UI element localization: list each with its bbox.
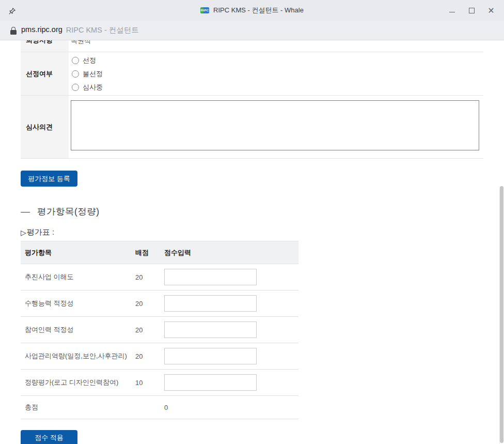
clipped-row-value: 옥권석 — [71, 40, 91, 45]
scrollbar-thumb[interactable] — [500, 186, 503, 443]
table-row: 정량평가(로고 디자인인력참여) 10 — [21, 370, 298, 396]
evaluation-form: 희망사항 옥권석 선정여부 선정 불선정 심사중 — [21, 40, 483, 159]
table-row: 추진사업 이해도 20 — [21, 264, 298, 290]
item-label: 추진사업 이해도 — [21, 272, 135, 282]
url-bar[interactable]: pms.ripc.org RIPC KMS - 컨설턴트 — [0, 21, 504, 40]
pin-icon[interactable] — [6, 5, 18, 17]
minimize-icon — [449, 12, 455, 12]
item-label: 정량평가(로고 디자인인력참여) — [21, 378, 135, 387]
url-domain: pms.ripc.org — [21, 25, 62, 35]
radio-option-label: 선정 — [83, 56, 96, 65]
caption-text: 평가표 : — [27, 227, 54, 237]
radio-option-under-review[interactable]: 심사중 — [72, 83, 483, 92]
item-label: 참여인력 적정성 — [21, 325, 135, 334]
triangle-icon: ▷ — [21, 228, 26, 237]
section-title: 평가항목(정량) — [37, 205, 100, 218]
minimize-button[interactable] — [442, 3, 462, 18]
max-score: 20 — [135, 273, 164, 281]
score-table: 평가항목 배점 점수입력 추진사업 이해도 20 수행능력 적정성 20 참여인… — [21, 241, 298, 419]
apply-score-button[interactable]: 점수 적용 — [21, 430, 77, 444]
score-table-header: 평가항목 배점 점수입력 — [21, 241, 298, 264]
header-input: 점수입력 — [164, 248, 298, 257]
selection-radio-group: 선정 불선정 심사중 — [69, 52, 483, 95]
window-title: RIPC KMS - 컨설턴트 - Whale — [213, 6, 304, 15]
radio-option-label: 심사중 — [83, 83, 103, 92]
form-row-selection: 선정여부 선정 불선정 심사중 — [21, 52, 483, 96]
header-item: 평가항목 — [21, 248, 135, 257]
form-row-clipped: 희망사항 옥권석 — [21, 40, 483, 52]
radio-option-not-selected[interactable]: 불선정 — [72, 69, 483, 79]
close-button[interactable]: ✕ — [481, 3, 501, 18]
radio-icon[interactable] — [72, 70, 79, 78]
max-score: 10 — [135, 379, 164, 387]
clipped-row-label-cell: 희망사항 — [21, 40, 69, 52]
total-row: 총점 0 — [21, 396, 298, 419]
collapse-dash-icon: — — [21, 206, 30, 217]
favicon-icon: RIPC — [200, 7, 209, 13]
maximize-button[interactable] — [462, 3, 481, 18]
table-row: 수행능력 적정성 20 — [21, 290, 298, 317]
table-row: 사업관리역량(일정,보안,사후관리) 20 — [21, 343, 298, 370]
score-input[interactable] — [164, 269, 257, 285]
page-content: 희망사항 옥권석 선정여부 선정 불선정 심사중 — [0, 40, 504, 444]
score-input[interactable] — [164, 348, 257, 364]
clipped-row-value-cell: 옥권석 — [69, 40, 483, 52]
table-row: 참여인력 적정성 20 — [21, 317, 298, 343]
close-icon: ✕ — [487, 6, 494, 16]
item-label: 수행능력 적정성 — [21, 299, 135, 308]
opinion-label: 심사의견 — [21, 96, 69, 158]
selection-label: 선정여부 — [21, 52, 69, 95]
header-max: 배점 — [135, 248, 164, 257]
radio-icon[interactable] — [72, 57, 79, 64]
max-score: 20 — [135, 300, 164, 308]
url-page-title: RIPC KMS - 컨설턴트 — [66, 25, 139, 35]
max-score: 20 — [135, 353, 164, 360]
maximize-icon — [469, 8, 475, 13]
register-evaluation-button[interactable]: 평가정보 등록 — [21, 171, 77, 187]
score-input[interactable] — [164, 374, 257, 391]
section-heading: — 평가항목(정량) — [21, 205, 504, 218]
radio-option-selected[interactable]: 선정 — [72, 56, 483, 65]
lock-icon[interactable] — [10, 27, 17, 35]
max-score: 20 — [135, 326, 164, 334]
browser-titlebar: RIPC RIPC KMS - 컨설턴트 - Whale ✕ — [0, 0, 504, 21]
radio-option-label: 불선정 — [83, 69, 103, 79]
clipped-row-label: 희망사항 — [26, 40, 53, 45]
score-input[interactable] — [164, 295, 257, 312]
score-table-caption: ▷ 평가표 : — [21, 227, 504, 237]
score-input[interactable] — [164, 321, 257, 338]
item-label: 사업관리역량(일정,보안,사후관리) — [21, 351, 135, 361]
total-value: 0 — [164, 404, 298, 411]
opinion-textarea[interactable] — [71, 100, 479, 150]
total-label: 총점 — [21, 403, 135, 412]
radio-icon[interactable] — [72, 84, 79, 91]
form-row-opinion: 심사의견 — [21, 96, 483, 159]
